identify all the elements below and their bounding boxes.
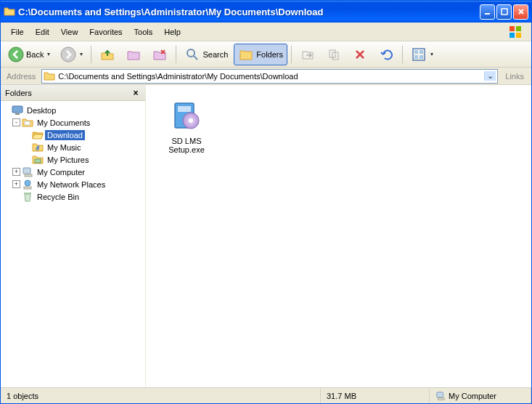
separator [91, 46, 91, 63]
views-icon [411, 47, 427, 62]
copy-to-button[interactable] [322, 44, 346, 65]
forward-button[interactable]: ▾ [56, 44, 87, 65]
address-input[interactable] [58, 72, 481, 81]
collapse-icon[interactable]: - [12, 118, 20, 126]
svg-point-7 [61, 47, 75, 62]
expand-icon[interactable]: + [12, 168, 20, 176]
sidebar-header: Folders × [1, 85, 145, 101]
sidebar-title: Folders [5, 89, 32, 97]
delete-button[interactable] [348, 44, 372, 65]
folder-tree[interactable]: Desktop - My Documents Download My Music [1, 101, 145, 387]
file-pane[interactable]: SD LMS Setup.exe [146, 85, 531, 387]
folders-button[interactable]: Folders [234, 44, 287, 65]
address-label: Address [4, 72, 38, 81]
folders-icon [238, 47, 254, 62]
search-button[interactable]: Search [180, 44, 232, 65]
menu-view[interactable]: View [55, 25, 84, 39]
move-to-button[interactable] [295, 44, 320, 65]
chevron-down-icon: ▾ [47, 51, 50, 57]
back-label: Back [26, 50, 44, 59]
search-label: Search [202, 50, 228, 59]
move-to-icon [300, 47, 316, 62]
svg-rect-26 [178, 106, 191, 112]
folder-sync-icon [126, 47, 142, 62]
search-icon [184, 47, 200, 62]
svg-point-22 [25, 180, 30, 186]
separator [291, 46, 292, 63]
folder-open-icon [4, 6, 15, 17]
svg-point-8 [187, 49, 195, 57]
folder-cancel-icon [152, 47, 168, 62]
svg-rect-20 [23, 168, 30, 174]
up-button[interactable] [95, 44, 120, 65]
svg-rect-1 [502, 9, 507, 15]
window-title: C:\Documents and Settings\Administrator\… [18, 7, 480, 17]
status-location: My Computer [430, 388, 531, 403]
status-location-label: My Computer [449, 392, 496, 400]
titlebar[interactable]: C:\Documents and Settings\Administrator\… [1, 1, 531, 23]
menu-help[interactable]: Help [158, 25, 187, 39]
svg-rect-13 [420, 50, 423, 54]
svg-rect-30 [438, 397, 445, 400]
address-dropdown-icon[interactable]: ⌄ [484, 71, 496, 81]
menubar: File Edit View Favorites Tools Help [1, 23, 531, 41]
window-controls [480, 4, 528, 20]
tree-label: Recycle Bin [35, 192, 81, 202]
tree-item-mypictures[interactable]: My Pictures [2, 153, 144, 166]
tree-label: My Pictures [45, 155, 91, 165]
toolbar: Back ▾ ▾ Search Folders [1, 41, 531, 68]
tree-label: My Documents [35, 118, 92, 128]
tree-item-mycomputer[interactable]: + My Computer [2, 166, 144, 178]
menu-edit[interactable]: Edit [30, 25, 55, 39]
tree-label: My Computer [35, 167, 87, 177]
tree-item-mymusic[interactable]: My Music [2, 141, 144, 153]
status-size: 31.7 MB [321, 388, 430, 403]
svg-rect-5 [516, 33, 521, 38]
svg-rect-23 [24, 187, 31, 189]
menu-file[interactable]: File [5, 25, 30, 39]
folder-cancel-button[interactable] [147, 44, 172, 65]
svg-rect-4 [510, 33, 515, 38]
chevron-down-icon: ▾ [80, 51, 83, 57]
folders-label: Folders [256, 50, 283, 59]
sidebar-close-button[interactable]: × [131, 88, 141, 98]
content-area: Folders × Desktop - My Documents Do [1, 85, 531, 387]
tree-item-download[interactable]: Download [2, 129, 144, 141]
address-input-wrapper[interactable]: ⌄ [41, 69, 498, 84]
recycle-bin-icon [22, 191, 33, 203]
svg-point-28 [189, 118, 193, 123]
expand-icon[interactable]: + [12, 180, 20, 188]
addressbar: Address ⌄ Links [1, 68, 531, 85]
my-computer-icon [22, 166, 33, 178]
desktop-icon [12, 105, 23, 116]
tree-item-mydocuments[interactable]: - My Documents [2, 116, 144, 129]
close-button[interactable] [513, 4, 528, 20]
tree-item-recyclebin[interactable]: Recycle Bin [2, 190, 144, 203]
separator [402, 46, 403, 63]
undo-icon [378, 47, 394, 62]
tree-item-desktop[interactable]: Desktop [2, 104, 144, 116]
tree-label: My Music [45, 142, 83, 153]
delete-icon [352, 47, 368, 62]
folders-sidebar: Folders × Desktop - My Documents Do [1, 85, 146, 387]
svg-rect-16 [12, 106, 22, 113]
status-objects: 1 objects [1, 388, 321, 403]
explorer-window: C:\Documents and Settings\Administrator\… [0, 0, 532, 404]
folder-sync-button[interactable] [121, 44, 146, 65]
minimize-button[interactable] [480, 4, 495, 20]
maximize-button[interactable] [496, 4, 512, 20]
undo-button[interactable] [374, 44, 398, 65]
svg-rect-2 [510, 26, 515, 31]
svg-rect-18 [25, 121, 30, 125]
tree-item-mynetwork[interactable]: + My Network Places [2, 178, 144, 190]
back-button[interactable]: Back ▾ [4, 44, 54, 65]
svg-rect-3 [516, 26, 521, 31]
svg-rect-14 [414, 55, 418, 59]
chevron-down-icon: ▾ [430, 51, 433, 57]
file-item[interactable]: SD LMS Setup.exe [152, 94, 221, 159]
links-button[interactable]: Links [501, 72, 528, 81]
my-computer-icon [435, 391, 446, 401]
menu-tools[interactable]: Tools [128, 25, 159, 39]
menu-favorites[interactable]: Favorites [83, 25, 128, 39]
views-button[interactable]: ▾ [406, 44, 438, 65]
